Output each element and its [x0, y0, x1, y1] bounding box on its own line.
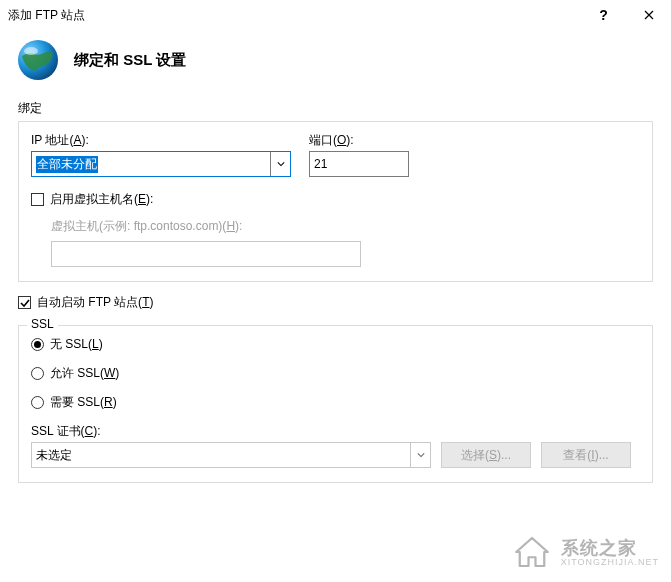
house-icon	[511, 531, 553, 576]
ssl-cert-value: 未选定	[36, 447, 72, 464]
enable-virtual-hostname-label: 启用虚拟主机名(E):	[50, 191, 153, 208]
ip-address-value: 全部未分配	[36, 156, 98, 173]
port-input[interactable]	[309, 151, 409, 177]
page-title: 绑定和 SSL 设置	[74, 51, 186, 70]
port-label: 端口(O):	[309, 132, 409, 149]
close-button[interactable]	[626, 0, 671, 30]
titlebar: 添加 FTP 站点 ?	[0, 0, 671, 30]
ip-address-label: IP 地址(A):	[31, 132, 291, 149]
ssl-group-label: SSL	[27, 317, 58, 331]
virtual-host-hint-label: 虚拟主机(示例: ftp.contoso.com)(H):	[51, 218, 640, 235]
auto-start-ftp-label: 自动启动 FTP 站点(T)	[37, 294, 153, 311]
content-area: 绑定 IP 地址(A): 全部未分配 端口(O):	[0, 92, 671, 483]
view-cert-button[interactable]: 查看(I)...	[541, 442, 631, 468]
binding-group-label: 绑定	[18, 100, 653, 117]
watermark-sub: XITONGZHIJIA.NET	[561, 558, 659, 568]
ssl-group: SSL 无 SSL(L) 允许 SSL(W) 需要 SSL(R)	[18, 325, 653, 483]
ip-address-select[interactable]: 全部未分配	[31, 151, 291, 177]
svg-point-1	[24, 47, 38, 55]
virtual-host-input	[51, 241, 361, 267]
window-title: 添加 FTP 站点	[8, 7, 581, 24]
watermark-name: 系统之家	[561, 539, 659, 559]
checkmark-icon	[20, 298, 30, 308]
no-ssl-label: 无 SSL(L)	[50, 336, 103, 353]
require-ssl-label: 需要 SSL(R)	[50, 394, 117, 411]
ssl-cert-select[interactable]: 未选定	[31, 442, 431, 468]
ssl-cert-dropdown-button[interactable]	[410, 443, 430, 467]
binding-group: IP 地址(A): 全部未分配 端口(O):	[18, 121, 653, 282]
require-ssl-radio[interactable]	[31, 396, 44, 409]
dialog-add-ftp-site: 添加 FTP 站点 ? 绑定和 SSL 设置	[0, 0, 671, 582]
allow-ssl-label: 允许 SSL(W)	[50, 365, 119, 382]
globe-icon	[16, 38, 60, 82]
watermark: 系统之家 XITONGZHIJIA.NET	[511, 531, 659, 576]
allow-ssl-radio[interactable]	[31, 367, 44, 380]
chevron-down-icon	[417, 451, 425, 459]
no-ssl-radio[interactable]	[31, 338, 44, 351]
select-cert-button[interactable]: 选择(S)...	[441, 442, 531, 468]
close-icon	[644, 10, 654, 20]
ip-address-dropdown-button[interactable]	[270, 152, 290, 176]
auto-start-ftp-checkbox[interactable]	[18, 296, 31, 309]
help-button[interactable]: ?	[581, 0, 626, 30]
page-header: 绑定和 SSL 设置	[0, 30, 671, 92]
ssl-cert-label: SSL 证书(C):	[31, 423, 640, 440]
enable-virtual-hostname-checkbox[interactable]	[31, 193, 44, 206]
chevron-down-icon	[277, 160, 285, 168]
